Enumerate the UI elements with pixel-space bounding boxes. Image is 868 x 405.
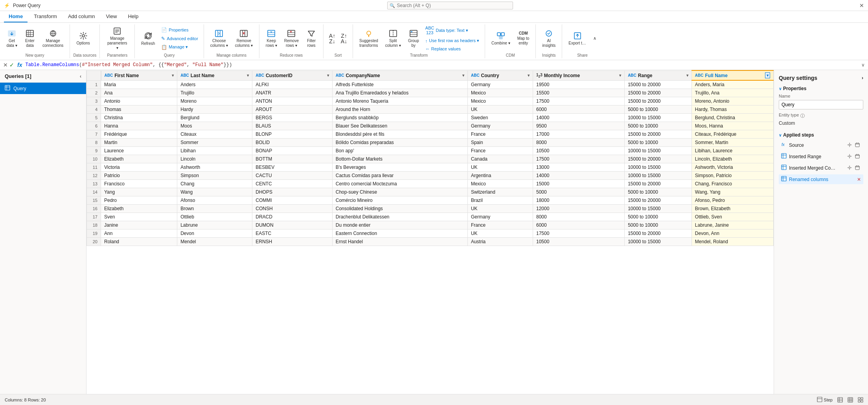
row-num-cell: 20 bbox=[87, 238, 101, 246]
search-input[interactable] bbox=[387, 2, 513, 9]
table-cell: Germany bbox=[467, 80, 533, 89]
properties-button[interactable]: 📄 Properties bbox=[159, 26, 200, 34]
ribbon-group-data-sources-items: Options bbox=[73, 24, 96, 52]
app-title: Power Query bbox=[13, 3, 40, 8]
refresh-button[interactable]: Refresh bbox=[138, 30, 158, 48]
svg-point-28 bbox=[367, 31, 371, 35]
parameters-group-label: Parameters bbox=[103, 52, 131, 58]
group-by-button[interactable]: Groupby bbox=[405, 28, 422, 50]
filter-rows-button[interactable]: Filterrows bbox=[303, 28, 320, 50]
sidebar-collapse-icon[interactable]: ‹ bbox=[80, 74, 81, 79]
col-header-income[interactable]: 123 Monthly Income ▾ bbox=[533, 70, 625, 80]
advanced-editor-button[interactable]: ✎ Advanced editor bbox=[159, 35, 200, 43]
table-cell: 17000 bbox=[533, 130, 625, 139]
col-filter-range[interactable]: ▾ bbox=[686, 73, 688, 78]
applied-step[interactable]: Inserted Range bbox=[779, 152, 863, 161]
table-cell: BESBEV bbox=[252, 163, 333, 172]
status-view-btn-2[interactable] bbox=[848, 397, 853, 403]
col-filter-companyname[interactable]: ▾ bbox=[462, 73, 464, 78]
choose-columns-button[interactable]: Choosecolumns ▾ bbox=[207, 28, 231, 50]
options-button[interactable]: Options bbox=[73, 30, 93, 47]
close-icon[interactable]: ✕ bbox=[859, 2, 864, 9]
col-header-range[interactable]: ABC Range ▾ bbox=[625, 70, 692, 80]
remove-columns-icon bbox=[239, 29, 248, 38]
step-settings-btn-2[interactable] bbox=[846, 165, 853, 171]
tab-help[interactable]: Help bbox=[123, 11, 143, 22]
manage-parameters-button[interactable]: Manageparameters ▾ bbox=[103, 25, 131, 52]
ai-insights-button[interactable]: AIinsights bbox=[539, 28, 559, 50]
col-header-country[interactable]: ABC Country ▾ bbox=[467, 70, 533, 80]
table-row: 6HannaMoosBLAUSBlauer See DelikatessenGe… bbox=[87, 122, 774, 130]
step-warn-icon-3: ✕ bbox=[857, 177, 861, 182]
col-filter-customerid[interactable]: ▾ bbox=[327, 73, 329, 78]
qs-expand-icon[interactable]: › bbox=[862, 75, 863, 81]
applied-step[interactable]: Renamed columns✕ bbox=[779, 174, 863, 184]
formula-expand-icon[interactable]: ∨ bbox=[861, 62, 865, 68]
enter-data-button[interactable]: Enterdata bbox=[21, 28, 39, 50]
applied-step[interactable]: fxSource bbox=[779, 140, 863, 150]
svg-rect-41 bbox=[5, 85, 10, 90]
table-cell: Brazil bbox=[467, 196, 533, 205]
formula-cancel-icon[interactable]: ✕ bbox=[3, 62, 8, 68]
formula-confirm-icon[interactable]: ✓ bbox=[9, 62, 14, 68]
export-icon bbox=[573, 31, 582, 40]
col-filter-country[interactable]: ▾ bbox=[528, 73, 530, 78]
manage-connections-label: Manageconnections bbox=[42, 39, 63, 48]
col-header-customerid[interactable]: ABC CustomerID ▾ bbox=[252, 70, 333, 80]
ai-insights-label: AIinsights bbox=[542, 39, 555, 48]
step-settings-btn-0[interactable] bbox=[846, 142, 853, 148]
table-cell: Brown, Elizabeth bbox=[691, 205, 773, 213]
table-cell: 15000 bbox=[533, 180, 625, 188]
data-type-button[interactable]: ABC123 Data type: Text ▾ bbox=[423, 24, 482, 36]
step-settings-btn-1[interactable] bbox=[846, 153, 853, 160]
col-header-fullname[interactable]: ABC Full Name ▾ bbox=[691, 70, 773, 80]
step-delete-btn-2[interactable] bbox=[854, 165, 861, 171]
status-view-btn-1[interactable] bbox=[837, 397, 843, 403]
combine-button[interactable]: Combine ▾ bbox=[488, 30, 513, 47]
map-to-entity-button[interactable]: CDM Map toentity bbox=[514, 30, 533, 47]
tab-home[interactable]: Home bbox=[4, 11, 28, 22]
keep-rows-button[interactable]: Keeprows ▾ bbox=[263, 28, 280, 50]
col-header-lastname[interactable]: ABC Last Name ▾ bbox=[177, 70, 252, 80]
status-step-btn[interactable]: Step bbox=[817, 397, 833, 403]
export-button[interactable]: Export t… bbox=[565, 30, 589, 47]
manage-button[interactable]: 📋 Manage ▾ bbox=[159, 43, 200, 51]
col-filter-lastname[interactable]: ▾ bbox=[247, 73, 249, 78]
get-data-button[interactable]: Getdata ▾ bbox=[3, 28, 20, 50]
step-delete-btn-1[interactable] bbox=[854, 153, 861, 160]
applied-step[interactable]: Inserted Merged Co… bbox=[779, 163, 863, 173]
remove-rows-button[interactable]: Removerows ▾ bbox=[281, 28, 302, 50]
remove-columns-button[interactable]: Removecolumns ▾ bbox=[232, 28, 256, 50]
sidebar-item-query[interactable]: Query bbox=[0, 83, 86, 94]
formula-content[interactable]: Table.RenameColumns(#"Inserted Merged Co… bbox=[25, 62, 858, 68]
data-area[interactable]: ABC First Name ▾ ABC Last Name ▾ bbox=[86, 70, 774, 394]
col-filter-fullname[interactable]: ▾ bbox=[765, 72, 770, 78]
col-filter-income[interactable]: ▾ bbox=[619, 73, 621, 78]
tab-add-column[interactable]: Add column bbox=[63, 11, 100, 22]
table-row: 17SvenOttliebDRACDDrachenblut Delikatess… bbox=[87, 213, 774, 221]
manage-connections-button[interactable]: Manageconnections bbox=[39, 28, 66, 50]
table-cell: 17500 bbox=[533, 97, 625, 105]
table-row: 11VictoriaAshworthBESBEVB's BeveragesUK1… bbox=[87, 163, 774, 172]
sort-asc-button[interactable]: A↑Z↓ bbox=[327, 31, 338, 46]
status-view-btn-3[interactable] bbox=[858, 397, 863, 403]
tab-transform[interactable]: Transform bbox=[29, 11, 62, 22]
search-bar[interactable]: 🔍 bbox=[387, 2, 513, 9]
suggested-transforms-button[interactable]: Suggestedtransforms bbox=[356, 28, 381, 50]
share-collapse-button[interactable]: ∧ bbox=[590, 34, 600, 43]
col-header-companyname[interactable]: ABC CompanyName ▾ bbox=[332, 70, 467, 80]
table-row: 15PedroAfonsoCOMMIComércio MineiroBrazil… bbox=[87, 196, 774, 205]
qs-name-input[interactable] bbox=[779, 100, 863, 109]
step-delete-btn-0[interactable] bbox=[854, 142, 861, 148]
table-cell: Mendel bbox=[177, 238, 252, 246]
sort-desc-button[interactable]: Z↑A↓ bbox=[338, 31, 349, 46]
col-filter-firstname[interactable]: ▾ bbox=[172, 73, 174, 78]
table-cell: Drachenblut Delikatessen bbox=[332, 213, 467, 221]
use-first-row-button[interactable]: ↑ Use first row as headers ▾ bbox=[423, 37, 482, 44]
replace-values-button[interactable]: ↔ Replace values bbox=[423, 45, 482, 52]
split-column-button[interactable]: Splitcolumn ▾ bbox=[382, 28, 404, 50]
col-header-firstname[interactable]: ABC First Name ▾ bbox=[101, 70, 177, 80]
map-to-entity-icon: CDM bbox=[519, 31, 528, 35]
tab-view[interactable]: View bbox=[101, 11, 122, 22]
table-cell: Cactus Comidas para llevar bbox=[332, 172, 467, 180]
